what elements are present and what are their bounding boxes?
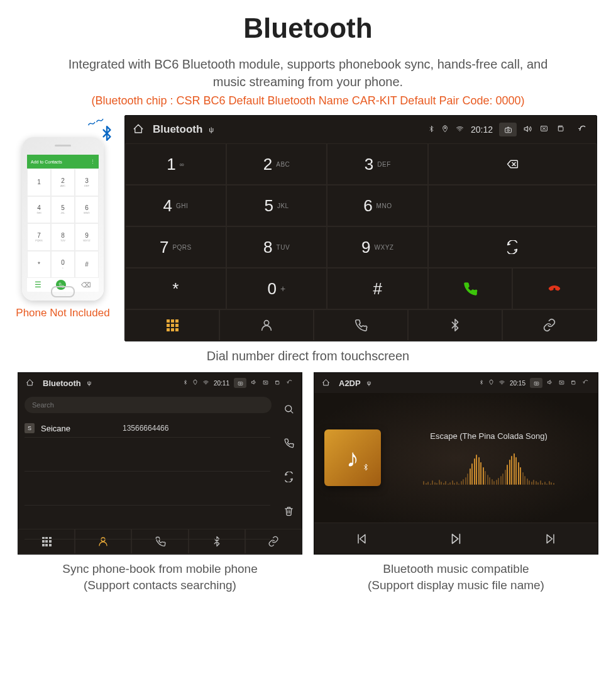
volume-icon[interactable] [547,379,554,387]
back-icon[interactable] [581,379,590,387]
volume-icon[interactable] [523,124,533,135]
bt-specs: (Bluetooth chip : CSR BC6 Default Blueto… [0,94,616,108]
album-art: ♪ [324,429,381,486]
hangup-button[interactable] [512,268,597,309]
side-call-icon[interactable] [280,434,297,451]
phonebook-caption: Sync phone-book from mobile phone(Suppor… [18,561,302,593]
close-icon[interactable] [558,380,565,387]
svg-point-11 [101,538,105,541]
search-input[interactable] [25,397,272,413]
bt-overlay-icon [362,463,370,473]
screen-title: A2DP [339,379,361,388]
phone-mockup: 〜〜 Add to Contacts⋮ 12ABC3DEF 4GHI5JKL6M… [13,137,113,319]
phone-not-included-label: Phone Not Included [16,307,109,319]
status-time: 20:15 [510,380,525,387]
key-3[interactable]: 3DEF [327,143,428,185]
svg-rect-4 [558,127,563,131]
backspace-key[interactable] [428,143,597,185]
nav-recent[interactable] [314,309,408,341]
key-6[interactable]: 6MNO [327,185,428,226]
svg-rect-9 [276,381,279,384]
svg-rect-6 [238,382,243,385]
next-button[interactable] [503,523,598,554]
key-1[interactable]: 1∞ [125,143,226,185]
key-4[interactable]: 4GHI [125,185,226,226]
usb-icon: ψ [87,380,91,386]
key-7[interactable]: 7PQRS [125,226,226,268]
nav-bluetooth[interactable] [189,529,245,554]
svg-point-2 [507,129,509,131]
bt-status-icon [183,379,188,387]
nav-pair[interactable] [245,529,302,554]
dialer-screen: Bluetooth ψ 20:12 1∞ 2ABC 3D [124,115,597,341]
svg-rect-1 [505,128,511,132]
back-icon[interactable] [575,124,589,135]
camera-icon[interactable] [234,378,246,388]
blank-key-1 [428,185,597,226]
home-icon[interactable] [322,379,330,388]
side-search-icon[interactable] [280,401,297,417]
status-time: 20:11 [214,380,229,387]
key-star[interactable]: * [125,268,226,309]
nav-keypad[interactable] [18,529,75,554]
nav-contacts[interactable] [219,309,314,341]
contact-badge: S [25,423,35,433]
svg-rect-12 [534,382,539,385]
music-screen: A2DP ψ 20:15 ♪ [314,372,598,555]
play-pause-button[interactable] [409,523,503,554]
recent-icon[interactable] [569,380,576,387]
side-delete-icon[interactable] [280,502,297,519]
page-title: Bluetooth [0,13,616,44]
add-contacts-label: Add to Contacts [31,160,62,164]
screen-title: Bluetooth [153,123,202,136]
gps-icon [441,124,449,135]
bluetooth-icon [99,123,115,148]
dialer-caption: Dial number direct from touchscreen [0,349,616,363]
track-title: Escape (The Pina Colada Song) [390,431,588,441]
camera-icon[interactable] [499,123,517,136]
recent-icon[interactable] [273,380,280,387]
contact-number: 13566664466 [123,424,168,433]
equalizer-viz [390,447,588,485]
page-subtitle: Integrated with BC6 Bluetooth module, su… [50,55,566,91]
nav-contacts[interactable] [75,529,131,554]
wifi-icon [202,380,209,387]
key-hash[interactable]: # [327,268,428,309]
contact-row[interactable]: S Seicane 13566664466 [25,421,270,436]
nav-bluetooth[interactable] [408,309,502,341]
wifi-icon [455,124,465,135]
svg-point-5 [264,321,268,325]
close-icon[interactable] [539,124,549,135]
nav-keypad[interactable] [125,309,219,341]
bt-status-icon [428,124,435,135]
key-2[interactable]: 2ABC [226,143,327,185]
recent-icon[interactable] [555,124,565,135]
phonebook-screen: Bluetooth ψ 20:11 [18,372,302,555]
music-note-icon: ♪ [346,444,359,472]
back-icon[interactable] [285,379,294,387]
bt-status-icon [479,379,484,387]
nav-pair[interactable] [502,309,597,341]
call-button[interactable] [428,268,512,309]
key-9[interactable]: 9WXYZ [327,226,428,268]
close-icon[interactable] [262,380,269,387]
key-8[interactable]: 8TUV [226,226,327,268]
key-5[interactable]: 5JKL [226,185,327,226]
screen-title: Bluetooth [43,379,81,388]
key-0[interactable]: 0+ [226,268,327,309]
music-caption: Bluetooth music compatible(Support displ… [314,561,598,593]
home-icon[interactable] [133,123,144,136]
camera-icon[interactable] [530,378,542,388]
side-sync-icon[interactable] [280,468,297,485]
svg-rect-15 [572,381,575,384]
swap-key[interactable] [428,226,597,268]
home-icon[interactable] [26,379,34,388]
gps-icon [488,379,494,387]
volume-icon[interactable] [251,379,258,387]
svg-point-0 [444,127,446,129]
contact-name: Seicane [41,424,116,433]
svg-point-7 [239,382,241,384]
prev-button[interactable] [314,523,409,554]
gps-icon [192,379,198,387]
nav-recent[interactable] [131,529,188,554]
